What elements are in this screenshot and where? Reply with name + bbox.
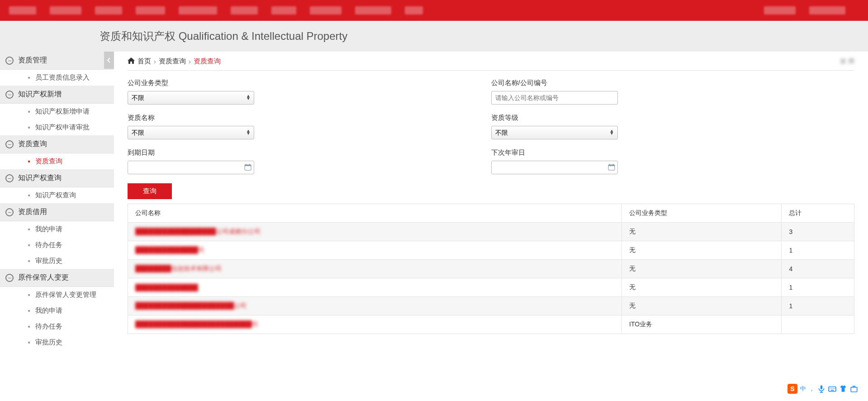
crumb-lv1[interactable]: 资质查询 [159, 57, 186, 66]
minus-circle-icon: − [5, 140, 14, 148]
sidebar-group-header[interactable]: −知识产权新增 [0, 86, 114, 104]
expire-date-input[interactable] [128, 161, 254, 174]
company-name-input[interactable] [491, 91, 618, 105]
cell-biz: ITO业务 [622, 315, 782, 334]
qual-name-select[interactable]: 不限 [128, 126, 254, 139]
qual-name-label: 资质名称 [128, 114, 491, 122]
sidebar-item[interactable]: 知识产权新增申请 [0, 104, 114, 119]
minus-circle-icon: − [5, 174, 14, 182]
company-name-link[interactable]: ██████████████司 [135, 246, 204, 254]
next-review-label: 下次年审日 [491, 148, 855, 157]
sidebar-group-label: 原件保管人变更 [18, 273, 69, 282]
sidebar-item[interactable]: 资质查询 [0, 153, 114, 169]
company-name-label: 公司名称/公司编号 [491, 79, 855, 87]
company-name-link[interactable]: ██████████████████████████司 [135, 320, 258, 329]
sidebar-item[interactable]: 知识产权申请审批 [0, 119, 114, 135]
sidebar-item[interactable]: 原件保管人变更管理 [0, 287, 114, 303]
top-nav-bar [0, 0, 868, 21]
cell-total [782, 315, 854, 334]
cell-total: 1 [782, 241, 854, 260]
breadcrumb-separator: › [154, 57, 156, 65]
cell-total: 1 [782, 297, 854, 315]
qual-level-select[interactable]: 不限 [491, 126, 618, 139]
sidebar-item[interactable]: 我的申请 [0, 303, 114, 319]
qual-level-label: 资质等级 [491, 114, 855, 122]
sidebar-group-header[interactable]: −资质管理 [0, 52, 114, 70]
sidebar-group-label: 知识产权新增 [18, 90, 62, 99]
breadcrumb-right-info: 第 周 [840, 57, 854, 66]
minus-circle-icon: − [5, 274, 14, 282]
company-name-link[interactable]: ██████████████████公司成都分公司 [135, 228, 261, 236]
table-row: ██████████████无1 [128, 278, 854, 297]
sidebar-item[interactable]: 我的申请 [0, 221, 114, 237]
company-name-link[interactable]: ████████信息技术有限公司 [135, 265, 222, 273]
col-company: 公司名称 [128, 204, 622, 223]
company-name-link[interactable]: ██████████████ [135, 284, 198, 291]
sidebar-group-label: 资质借用 [18, 207, 47, 217]
sidebar-item[interactable]: 待办任务 [0, 237, 114, 253]
page-title: 资质和知识产权 Qualification & Intellectual Pro… [0, 21, 868, 52]
table-row: ████████信息技术有限公司无4 [128, 260, 854, 278]
chevron-left-icon [106, 57, 112, 63]
results-table: 公司名称 公司业务类型 总计 ██████████████████公司成都分公司… [128, 204, 854, 334]
main-content: 首页 › 资质查询 › 资质查询 第 周 公司业务类型 不限 ▲▼ 公司名称/公… [114, 52, 868, 350]
breadcrumb-separator: › [189, 57, 191, 65]
sidebar-group-header[interactable]: −资质借用 [0, 203, 114, 221]
sidebar-item[interactable]: 待办任务 [0, 319, 114, 334]
expire-date-label: 到期日期 [128, 148, 491, 157]
col-biz: 公司业务类型 [622, 204, 782, 223]
cell-biz: 无 [622, 278, 782, 297]
sidebar-item[interactable]: 员工资质信息录入 [0, 70, 114, 86]
sidebar: −资质管理员工资质信息录入−知识产权新增知识产权新增申请知识产权申请审批−资质查… [0, 52, 114, 350]
sidebar-group-label: 资质管理 [18, 56, 47, 65]
cell-total: 3 [782, 223, 854, 241]
cell-biz: 无 [622, 241, 782, 260]
sidebar-item[interactable]: 审批历史 [0, 334, 114, 350]
table-row: ██████████████████████公司无1 [128, 297, 854, 315]
business-type-select[interactable]: 不限 [128, 91, 254, 105]
query-button[interactable]: 查询 [128, 183, 172, 199]
sidebar-group-header[interactable]: −知识产权查询 [0, 169, 114, 187]
business-type-label: 公司业务类型 [128, 79, 491, 87]
home-icon [128, 57, 135, 65]
minus-circle-icon: − [5, 91, 14, 99]
table-row: ██████████████司无1 [128, 241, 854, 260]
cell-biz: 无 [622, 297, 782, 315]
breadcrumb: 首页 › 资质查询 › 资质查询 [128, 57, 221, 66]
sidebar-group-header[interactable]: −资质查询 [0, 135, 114, 153]
sidebar-item[interactable]: 知识产权查询 [0, 187, 114, 203]
sidebar-group-label: 知识产权查询 [18, 173, 62, 183]
next-review-input[interactable] [491, 161, 618, 174]
crumb-lv2: 资质查询 [194, 57, 221, 66]
cell-biz: 无 [622, 223, 782, 241]
filter-form: 公司业务类型 不限 ▲▼ 公司名称/公司编号 资质名称 不限 ▲▼ 资质等级 [128, 79, 854, 183]
sidebar-collapse-handle[interactable] [104, 52, 114, 69]
table-row: ██████████████████████████司ITO业务 [128, 315, 854, 334]
company-name-link[interactable]: ██████████████████████公司 [135, 302, 247, 310]
table-row: ██████████████████公司成都分公司无3 [128, 223, 854, 241]
cell-biz: 无 [622, 260, 782, 278]
minus-circle-icon: − [5, 208, 14, 216]
sidebar-item[interactable]: 审批历史 [0, 253, 114, 269]
cell-total: 4 [782, 260, 854, 278]
sidebar-group-label: 资质查询 [18, 139, 47, 149]
cell-total: 1 [782, 278, 854, 297]
sidebar-group-header[interactable]: −原件保管人变更 [0, 269, 114, 287]
minus-circle-icon: − [5, 57, 14, 65]
crumb-home[interactable]: 首页 [138, 57, 151, 66]
col-total: 总计 [782, 204, 854, 223]
